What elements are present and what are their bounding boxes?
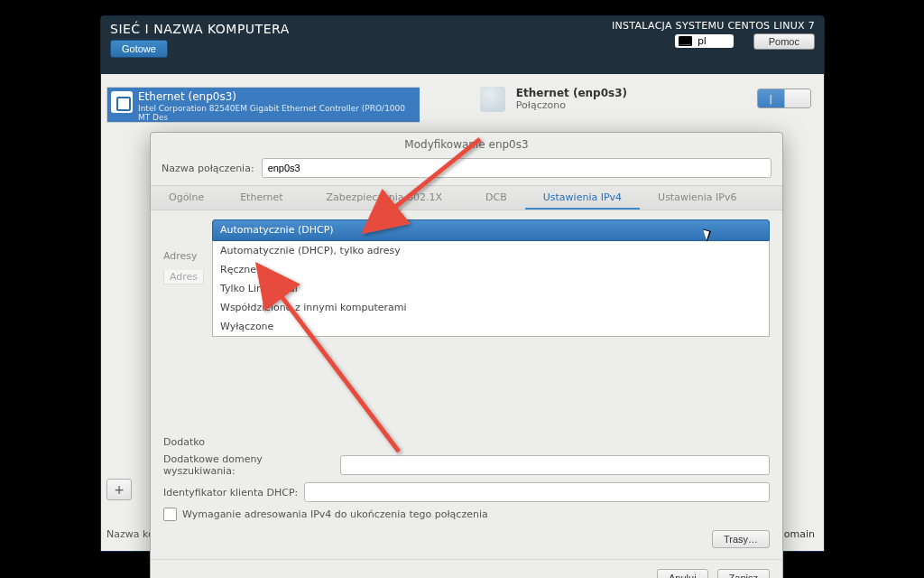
network-detail: Ethernet (enp0s3) Połączono: [480, 87, 627, 112]
help-button[interactable]: Pomoc: [753, 33, 815, 50]
dhcp-client-id-row: Identyfikator klienta DHCP:: [163, 482, 770, 502]
detail-title: Ethernet (enp0s3): [516, 87, 627, 99]
toggle-on-label: |: [758, 89, 784, 107]
done-button[interactable]: Gotowe: [110, 40, 168, 58]
ipv4-form: Metoda: Automatycznie (DHCP) Automatyczn…: [151, 210, 782, 554]
method-selected[interactable]: Automatycznie (DHCP): [212, 219, 770, 241]
method-row: Metoda: Automatycznie (DHCP) Automatyczn…: [163, 219, 770, 337]
net-item-subtitle: Intel Corporation 82540EM Gigabit Ethern…: [138, 104, 420, 122]
tab-ipv4[interactable]: Ustawienia IPv4: [525, 186, 640, 210]
keyboard-lang: pl: [698, 35, 707, 47]
installer-window: SIEĆ I NAZWA KOMPUTERA Gotowe INSTALACJA…: [101, 16, 824, 551]
connection-name-label: Nazwa połączenia:: [162, 163, 254, 174]
routes-row: Trasy…: [163, 530, 770, 548]
dialog-tabs: Ogólne Ethernet Zabezpieczenia 802.1X DC…: [151, 185, 782, 210]
method-dropdown[interactable]: Automatycznie (DHCP) Automatycznie (DHCP…: [212, 219, 770, 337]
edit-connection-dialog: Modyfikowanie enp0s3 Nazwa połączenia: O…: [150, 132, 783, 578]
tab-ethernet[interactable]: Ethernet: [222, 186, 300, 210]
dialog-title: Modyfikowanie enp0s3: [151, 133, 782, 158]
cancel-button[interactable]: Anuluj: [657, 569, 708, 578]
routes-button[interactable]: Trasy…: [712, 530, 770, 548]
search-domains-row: Dodatkowe domeny wyszukiwania:: [163, 453, 770, 477]
address-column-header: Adres: [163, 270, 204, 284]
method-option[interactable]: Współdzielone z innymi komputerami: [213, 298, 769, 317]
dialog-actions: Anuluj Zapisz: [151, 559, 782, 578]
install-product-line: INSTALACJA SYSTEMU CENTOS LINUX 7: [612, 20, 815, 32]
method-option[interactable]: Wyłączone: [213, 317, 769, 336]
dns-servers-row: Dodatko: [163, 436, 770, 448]
topbar: SIEĆ I NAZWA KOMPUTERA Gotowe INSTALACJA…: [101, 16, 824, 74]
top-right: INSTALACJA SYSTEMU CENTOS LINUX 7 pl Pom…: [612, 20, 815, 50]
require-ipv4-label: Wymaganie adresowania IPv4 do ukończenia…: [182, 508, 488, 520]
ethernet-icon: [111, 91, 133, 113]
content-area: Ethernet (enp0s3) Intel Corporation 8254…: [101, 74, 824, 556]
search-domains-label: Dodatkowe domeny wyszukiwania:: [163, 453, 335, 477]
add-interface-button[interactable]: +: [106, 479, 132, 500]
method-option[interactable]: Automatycznie (DHCP), tylko adresy: [213, 241, 769, 260]
lower-fields: Dodatko Dodatkowe domeny wyszukiwania: I…: [163, 436, 770, 548]
keyboard-icon: [679, 36, 692, 46]
dns-servers-label-truncated: Dodatko: [163, 436, 205, 448]
network-list-item-selected[interactable]: Ethernet (enp0s3) Intel Corporation 8254…: [106, 87, 420, 123]
addresses-label: Adresy: [163, 250, 198, 262]
method-option[interactable]: Tylko Link-Local: [213, 279, 769, 298]
require-ipv4-checkbox[interactable]: [163, 508, 177, 521]
dhcp-client-id-label: Identyfikator klienta DHCP:: [163, 487, 299, 499]
detail-status: Połączono: [516, 99, 627, 111]
connection-name-input[interactable]: [262, 158, 772, 178]
tab-ipv6[interactable]: Ustawienia IPv6: [640, 186, 754, 210]
dhcp-client-id-input[interactable]: [304, 482, 770, 502]
keyboard-layout-indicator[interactable]: pl: [675, 34, 734, 48]
search-domains-input[interactable]: [340, 455, 770, 475]
method-options-list: Automatycznie (DHCP), tylko adresy Ręczn…: [212, 241, 770, 337]
save-button[interactable]: Zapisz: [717, 569, 770, 578]
toggle-knob: [784, 89, 811, 107]
net-item-title: Ethernet (enp0s3): [138, 90, 236, 103]
tab-dcb[interactable]: DCB: [467, 186, 525, 210]
tab-security[interactable]: Zabezpieczenia 802.1X: [301, 186, 468, 210]
require-ipv4-row[interactable]: Wymaganie adresowania IPv4 do ukończenia…: [163, 508, 770, 521]
tab-general[interactable]: Ogólne: [151, 186, 222, 210]
method-option[interactable]: Ręczne: [213, 260, 769, 279]
connection-name-row: Nazwa połączenia:: [151, 158, 782, 185]
connection-toggle[interactable]: |: [757, 89, 811, 108]
ethernet-plug-icon: [480, 87, 505, 112]
